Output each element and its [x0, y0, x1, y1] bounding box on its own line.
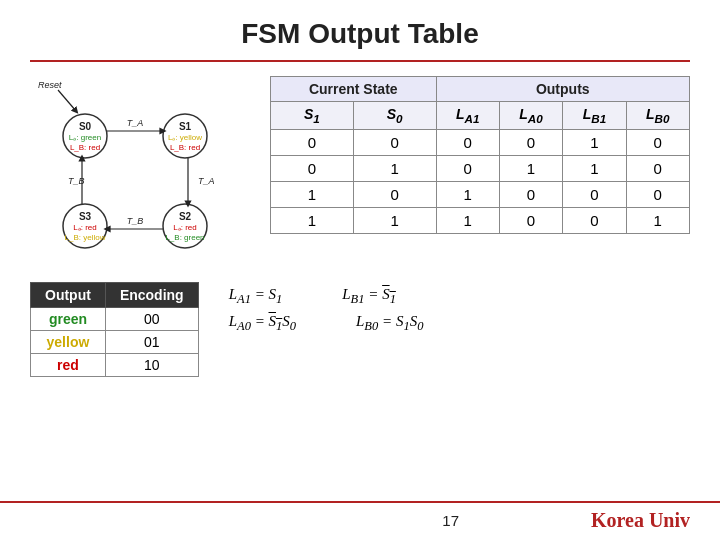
table-cell: 0: [436, 129, 499, 155]
table-cell: 0: [499, 129, 562, 155]
table-body: 000010010110101000111001: [271, 129, 690, 233]
eq-la1: LA1 = S1: [229, 286, 283, 307]
table-cell: 0: [563, 181, 626, 207]
encoding-table-wrap: Output Encoding green00yellow01red10: [30, 282, 199, 377]
table-cell: 0: [353, 181, 436, 207]
encoding-code: 01: [105, 331, 198, 354]
table-cell: 1: [499, 155, 562, 181]
main-content: Reset S0 Lₐ: green L_B: red S1: [0, 62, 720, 266]
table-row: 010110: [271, 155, 690, 181]
eq-lb1: LB1 = S1: [342, 286, 396, 307]
table-cell: 0: [626, 181, 689, 207]
arrow-s1-s2-label: T_A: [198, 176, 215, 186]
table-cell: 0: [626, 129, 689, 155]
sub-la0: LA0: [499, 102, 562, 130]
bottom-section: Output Encoding green00yellow01red10 LA1…: [0, 266, 720, 377]
table-cell: 0: [271, 129, 354, 155]
page-title: FSM Output Table: [0, 0, 720, 60]
header-outputs: Outputs: [436, 77, 690, 102]
encoding-table: Output Encoding green00yellow01red10: [30, 282, 199, 377]
eq-row-1: LA1 = S1 LB1 = S1: [229, 286, 690, 307]
encoding-row: yellow01: [31, 331, 199, 354]
state-s1-label: S1: [179, 121, 192, 132]
eq-row-2: LA0 = S1S0 LB0 = S1S0: [229, 313, 690, 334]
table-cell: 1: [436, 207, 499, 233]
sub-s0: S0: [353, 102, 436, 130]
state-s3-label: S3: [79, 211, 92, 222]
encoding-body: green00yellow01red10: [31, 308, 199, 377]
encoding-col2-header: Encoding: [105, 283, 198, 308]
encoding-col1-header: Output: [31, 283, 106, 308]
state-s0-la: Lₐ: green: [69, 133, 101, 142]
state-s3-la: Lₐ: red: [73, 223, 96, 232]
arrow-s2-s3-label: T_B: [127, 216, 144, 226]
fsm-diagram: Reset S0 Lₐ: green L_B: red S1: [30, 76, 250, 266]
equations-area: LA1 = S1 LB1 = S1 LA0 = S1S0 LB0 = S1S0: [229, 282, 690, 334]
fsm-svg-container: Reset S0 Lₐ: green L_B: red S1: [30, 76, 240, 266]
table-cell: 1: [626, 207, 689, 233]
encoding-row: green00: [31, 308, 199, 331]
bottom-bar: 17 Korea Univ: [0, 501, 720, 540]
fsm-svg: Reset S0 Lₐ: green L_B: red S1: [30, 76, 240, 266]
encoding-row: red10: [31, 354, 199, 377]
header-current-state: Current State: [271, 77, 437, 102]
eq-la0: LA0 = S1S0: [229, 313, 296, 334]
table-cell: 0: [499, 181, 562, 207]
arrow-s3-s0-label: T_B: [68, 176, 85, 186]
reset-arrow: [58, 90, 76, 111]
encoding-code: 00: [105, 308, 198, 331]
encoding-output: red: [31, 354, 106, 377]
state-s2-la: Lₐ: red: [173, 223, 196, 232]
sub-s1: S1: [271, 102, 354, 130]
table-cell: 1: [436, 181, 499, 207]
table-cell: 1: [271, 181, 354, 207]
table-cell: 0: [353, 129, 436, 155]
logo: Korea Univ: [591, 509, 690, 532]
table-cell: 1: [563, 155, 626, 181]
table-row: 111001: [271, 207, 690, 233]
table-cell: 1: [563, 129, 626, 155]
state-s3-lb: L_B: yellow: [65, 233, 106, 242]
output-table-area: Current State Outputs S1 S0 LA1 LA0 LB1 …: [270, 76, 690, 266]
reset-label: Reset: [38, 80, 62, 90]
state-s1-la: Lₐ: yellow: [168, 133, 202, 142]
eq-lb0: LB0 = S1S0: [356, 313, 423, 334]
encoding-code: 10: [105, 354, 198, 377]
arrow-s0-s1-label: T_A: [127, 118, 144, 128]
table-cell: 0: [436, 155, 499, 181]
table-cell: 1: [353, 207, 436, 233]
sub-lb1: LB1: [563, 102, 626, 130]
page-number: 17: [310, 512, 590, 529]
table-cell: 0: [271, 155, 354, 181]
state-s2-label: S2: [179, 211, 192, 222]
sub-lb0: LB0: [626, 102, 689, 130]
output-table: Current State Outputs S1 S0 LA1 LA0 LB1 …: [270, 76, 690, 234]
table-cell: 1: [271, 207, 354, 233]
table-cell: 0: [626, 155, 689, 181]
encoding-output: yellow: [31, 331, 106, 354]
table-row: 101000: [271, 181, 690, 207]
state-s0-lb: L_B: red: [70, 143, 100, 152]
encoding-output: green: [31, 308, 106, 331]
table-cell: 0: [563, 207, 626, 233]
table-cell: 0: [499, 207, 562, 233]
state-s0-label: S0: [79, 121, 92, 132]
sub-la1: LA1: [436, 102, 499, 130]
state-s2-lb: L_B: green: [165, 233, 204, 242]
state-s1-lb: L_B: red: [170, 143, 200, 152]
table-cell: 1: [353, 155, 436, 181]
table-row: 000010: [271, 129, 690, 155]
